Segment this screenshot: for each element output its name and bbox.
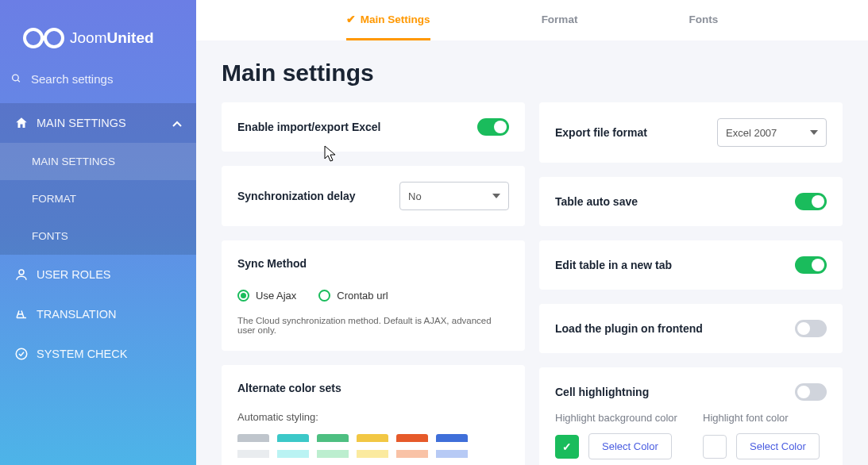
toggle-new-tab[interactable] [795, 256, 827, 274]
radio-use-ajax[interactable]: Use Ajax [237, 290, 296, 302]
nav: MAIN SETTINGS MAIN SETTINGS FORMAT FONTS… [0, 103, 196, 374]
swatch-1[interactable] [277, 434, 309, 465]
label-alt-colors: Alternate color sets [237, 382, 341, 394]
select-font-color-button[interactable]: Select Color [736, 433, 820, 459]
swatch-4[interactable] [396, 434, 428, 465]
label-load-frontend: Load the plugin on frontend [555, 322, 703, 335]
tabs: ✔Main Settings Format Fonts [196, 0, 868, 40]
svg-rect-2 [41, 36, 47, 40]
label-font-color: Highlight font color [703, 412, 827, 424]
color-box-font[interactable] [703, 435, 727, 459]
sub-nav: MAIN SETTINGS FORMAT FONTS [0, 143, 196, 255]
radio-icon [318, 290, 330, 302]
toggle-auto-save[interactable] [795, 193, 827, 210]
card-new-tab: Edit table in a new tab [539, 240, 843, 290]
card-enable-excel: Enable import/export Excel [222, 102, 525, 152]
color-box-bg[interactable]: ✓ [555, 435, 579, 459]
card-load-frontend: Load the plugin on frontend [539, 304, 843, 353]
swatch-2[interactable] [317, 434, 349, 465]
chevron-up-icon [172, 117, 182, 129]
home-icon [14, 116, 29, 130]
card-export-format: Export file format Excel 2007 [539, 102, 843, 163]
toggle-load-frontend[interactable] [795, 320, 827, 337]
sublabel-auto-styling: Automatic styling: [237, 411, 509, 423]
search-icon [11, 71, 21, 86]
search-wrap [0, 71, 196, 103]
card-auto-save: Table auto save [539, 177, 843, 226]
user-icon [14, 267, 29, 282]
search-input[interactable] [31, 72, 182, 86]
label-bg-color: Highlight background color [555, 412, 679, 424]
swatch-0[interactable] [237, 434, 269, 465]
help-sync-method: The Cloud synchronization method. Defaul… [237, 316, 509, 335]
label-sync-delay: Synchronization delay [237, 190, 356, 202]
svg-point-5 [19, 270, 24, 275]
radio-icon [237, 290, 249, 302]
nav-label: MAIN SETTINGS [37, 117, 126, 129]
nav-label: TRANSLATION [37, 308, 116, 321]
logo-text: JoomUnited [70, 29, 154, 47]
check-circle-icon [14, 347, 29, 361]
svg-point-3 [13, 75, 19, 81]
label-export-format: Export file format [555, 126, 647, 139]
card-alt-colors: Alternate color sets Automatic styling: [222, 365, 525, 465]
sidebar: JoomUnited MAIN SETTINGS MAIN SETTINGS F… [0, 0, 196, 465]
svg-point-0 [25, 29, 42, 47]
svg-point-1 [45, 29, 63, 47]
swatches [237, 434, 509, 465]
card-sync-method: Sync Method Use Ajax Crontab url The Clo… [222, 240, 525, 351]
logo: JoomUnited [0, 0, 196, 71]
select-bg-color-button[interactable]: Select Color [588, 433, 672, 459]
card-sync-delay: Synchronization delay No [222, 166, 525, 226]
select-sync-delay[interactable]: No [399, 182, 509, 210]
subnav-fonts[interactable]: FONTS [0, 217, 196, 255]
svg-point-6 [16, 348, 27, 359]
settings-grid: Enable import/export Excel Synchronizati… [222, 102, 843, 465]
nav-system-check[interactable]: SYSTEM CHECK [0, 334, 196, 374]
subnav-main-settings[interactable]: MAIN SETTINGS [0, 143, 196, 180]
translation-icon [14, 307, 29, 321]
nav-label: SYSTEM CHECK [37, 348, 127, 360]
label-auto-save: Table auto save [555, 195, 638, 208]
nav-user-roles[interactable]: USER ROLES [0, 255, 196, 294]
swatch-3[interactable] [357, 434, 388, 465]
subnav-format[interactable]: FORMAT [0, 180, 196, 217]
tab-format[interactable]: Format [542, 0, 578, 40]
tab-main-settings[interactable]: ✔Main Settings [346, 0, 430, 40]
content: Main settings Enable import/export Excel… [196, 40, 868, 465]
label-sync-method: Sync Method [237, 257, 307, 270]
nav-translation[interactable]: TRANSLATION [0, 294, 196, 334]
svg-line-4 [17, 80, 20, 83]
nav-main-settings[interactable]: MAIN SETTINGS [0, 103, 196, 143]
radio-crontab[interactable]: Crontab url [318, 290, 388, 302]
logo-icon [22, 24, 65, 52]
main: ✔Main Settings Format Fonts Main setting… [196, 0, 868, 465]
swatch-5[interactable] [436, 434, 468, 465]
select-export-format[interactable]: Excel 2007 [717, 118, 827, 147]
card-highlight: Cell highlightning Highlight background … [539, 367, 843, 465]
label-new-tab: Edit table in a new tab [555, 259, 672, 271]
toggle-highlight[interactable] [795, 383, 827, 401]
label-highlight: Cell highlightning [555, 386, 649, 398]
page-title: Main settings [222, 60, 843, 86]
toggle-enable-excel[interactable] [477, 118, 509, 136]
tab-fonts[interactable]: Fonts [689, 0, 718, 40]
check-icon: ✔ [346, 13, 356, 25]
label-enable-excel: Enable import/export Excel [237, 121, 381, 133]
check-icon: ✓ [562, 440, 572, 453]
nav-label: USER ROLES [37, 268, 110, 281]
